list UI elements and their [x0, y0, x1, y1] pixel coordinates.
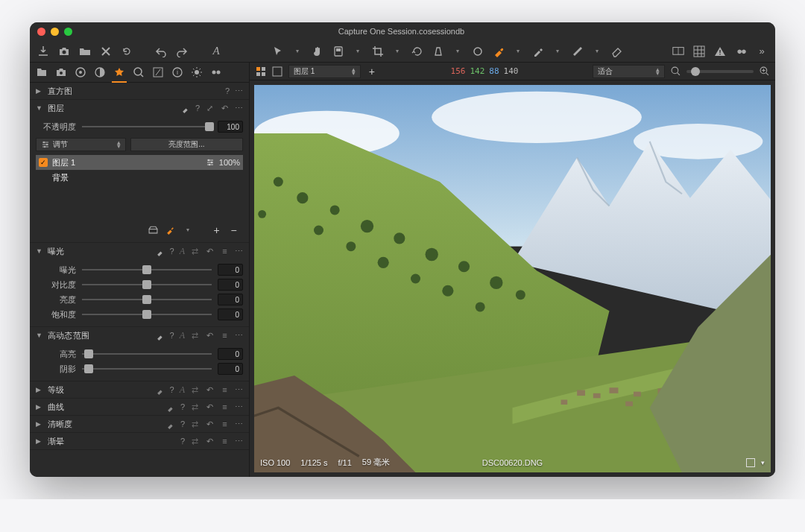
add-layer-viewer-icon[interactable]: +: [367, 66, 376, 76]
reset-panel-icon[interactable]: ↶: [205, 385, 215, 395]
brush-mask-chevron-icon[interactable]: ▾: [514, 46, 523, 56]
crop-icon[interactable]: [372, 45, 384, 57]
slider[interactable]: [82, 364, 212, 374]
slider-value[interactable]: 0: [218, 308, 243, 320]
zoom-in-icon[interactable]: [760, 66, 769, 76]
zoom-dropdown[interactable]: 适合▴▾: [593, 65, 665, 78]
reset-panel-icon[interactable]: ↶: [205, 247, 215, 256]
tab-color-icon[interactable]: [94, 66, 106, 78]
menu-icon[interactable]: ⋯: [235, 419, 243, 429]
tab-capture-icon[interactable]: [55, 66, 67, 78]
preview-icon[interactable]: ●●: [735, 45, 747, 57]
copy-icon[interactable]: ⇄: [190, 419, 200, 429]
menu-icon[interactable]: ⋯: [235, 437, 243, 446]
viewer-grid-icon[interactable]: [256, 66, 266, 77]
slider[interactable]: [82, 265, 212, 275]
copy-icon[interactable]: ⇄: [190, 385, 200, 395]
help-icon[interactable]: ?: [180, 437, 185, 446]
slider-value[interactable]: 0: [218, 264, 243, 276]
panel-hdr-header[interactable]: ▼ 高动态范围 ? A ⇄ ↶ ≡ ⋯: [30, 327, 249, 343]
slider-value[interactable]: 0: [218, 348, 243, 360]
tab-details-icon[interactable]: [133, 66, 145, 78]
reset-panel-icon[interactable]: ↶: [205, 419, 215, 429]
keystone-chevron-icon[interactable]: ▾: [453, 46, 463, 56]
brush-layer-chevron-icon[interactable]: ▾: [183, 225, 192, 235]
slider[interactable]: [82, 279, 212, 290]
import-icon[interactable]: [37, 45, 49, 57]
panel-histogram-header[interactable]: ▶ 直方图 ? ⋯: [30, 83, 249, 99]
reset-panel-icon[interactable]: ↶: [220, 104, 230, 113]
maximize-window-button[interactable]: [64, 28, 72, 36]
reset-panel-icon[interactable]: ↶: [205, 402, 215, 412]
slider[interactable]: [82, 294, 212, 305]
tab-adjustments-icon[interactable]: [152, 66, 164, 78]
viewer-layer-dropdown[interactable]: 图层 1▴▾: [288, 65, 361, 78]
warning-icon[interactable]: [714, 45, 726, 57]
tab-metadata-icon[interactable]: i: [171, 66, 183, 78]
preset-icon[interactable]: ≡: [220, 437, 230, 446]
add-layer-icon[interactable]: +: [212, 225, 221, 235]
copy-icon[interactable]: ⇄: [190, 331, 200, 341]
spot-icon[interactable]: [472, 45, 484, 57]
reset-icon[interactable]: [121, 45, 133, 57]
zoom-out-icon[interactable]: [671, 66, 681, 76]
panel-collapsed-header[interactable]: ▶ 曲线 ? ⇄ ↶ ≡ ⋯: [30, 399, 249, 415]
annotation-icon[interactable]: A: [210, 45, 222, 57]
opacity-value[interactable]: 100: [218, 121, 243, 133]
auto-icon[interactable]: A: [180, 384, 185, 396]
eyedropper-chevron-icon[interactable]: ▾: [553, 46, 563, 56]
preset-icon[interactable]: ≡: [220, 331, 230, 341]
overflow-icon[interactable]: »: [756, 45, 768, 57]
auto-icon[interactable]: A: [180, 246, 185, 257]
menu-icon[interactable]: ⋯: [235, 385, 243, 395]
slider-value[interactable]: 0: [218, 363, 243, 375]
cursor-chevron-icon[interactable]: ▾: [293, 46, 303, 56]
copy-icon[interactable]: ⇄: [190, 437, 200, 446]
eyedropper-icon[interactable]: [532, 45, 544, 57]
erase-mask-icon[interactable]: [611, 45, 623, 57]
opacity-slider[interactable]: [82, 121, 212, 132]
image-canvas[interactable]: ISO 100 1/125 s f/11 59 毫米 DSC00620.DNG …: [254, 85, 771, 472]
zoom-slider[interactable]: [686, 70, 754, 73]
undo-icon[interactable]: [155, 45, 167, 57]
brush-mask-icon[interactable]: [493, 45, 505, 57]
gradient-mask-icon[interactable]: [572, 45, 584, 57]
help-icon[interactable]: ?: [225, 86, 230, 95]
help-icon[interactable]: ?: [170, 247, 174, 256]
tab-batch-icon[interactable]: [210, 66, 222, 78]
layer-visible-checkbox[interactable]: ✓: [39, 158, 48, 167]
help-icon[interactable]: ?: [170, 385, 174, 394]
loupe-chevron-icon[interactable]: ▾: [353, 46, 363, 56]
slider-value[interactable]: 0: [218, 279, 243, 291]
camera-icon[interactable]: [58, 45, 70, 57]
panel-collapsed-header[interactable]: ▶ 渐晕 ? ⇄ ↶ ≡ ⋯: [30, 433, 249, 449]
adjust-dropdown[interactable]: 调节 ▴▾: [36, 138, 126, 151]
panel-layers-header[interactable]: ▼ 图层 ? ⤢ ↶ ⋯: [30, 100, 249, 116]
preset-icon[interactable]: ≡: [220, 402, 230, 412]
viewer-single-icon[interactable]: [272, 66, 282, 77]
slider[interactable]: [82, 349, 212, 359]
rating-chevron-icon[interactable]: ▾: [761, 459, 765, 466]
rotate-icon[interactable]: [411, 45, 423, 57]
tab-exposure-icon[interactable]: [113, 66, 125, 78]
folder-icon[interactable]: [79, 45, 91, 57]
layer-row[interactable]: ✓ 图层 1 100%: [36, 155, 243, 170]
menu-icon[interactable]: ⋯: [235, 331, 243, 341]
menu-icon[interactable]: ⋯: [235, 104, 243, 113]
copy-icon[interactable]: ⇄: [190, 402, 200, 412]
hand-icon[interactable]: [312, 45, 323, 57]
reset-panel-icon[interactable]: ↶: [205, 437, 215, 446]
minimize-window-button[interactable]: [51, 28, 59, 36]
color-tag-icon[interactable]: [746, 458, 755, 467]
keystone-icon[interactable]: [432, 45, 444, 57]
preset-icon[interactable]: ≡: [220, 247, 230, 256]
panel-exposure-header[interactable]: ▼ 曝光 ? A ⇄ ↶ ≡ ⋯: [30, 243, 249, 259]
preset-icon[interactable]: ≡: [220, 419, 230, 429]
menu-icon[interactable]: ⋯: [235, 247, 243, 256]
expand-icon[interactable]: ⤢: [205, 104, 215, 113]
copy-layer-icon[interactable]: [148, 225, 158, 235]
redo-icon[interactable]: [176, 45, 188, 57]
help-icon[interactable]: ?: [180, 419, 185, 428]
reset-panel-icon[interactable]: ↶: [205, 331, 215, 341]
close-window-button[interactable]: [37, 28, 45, 36]
